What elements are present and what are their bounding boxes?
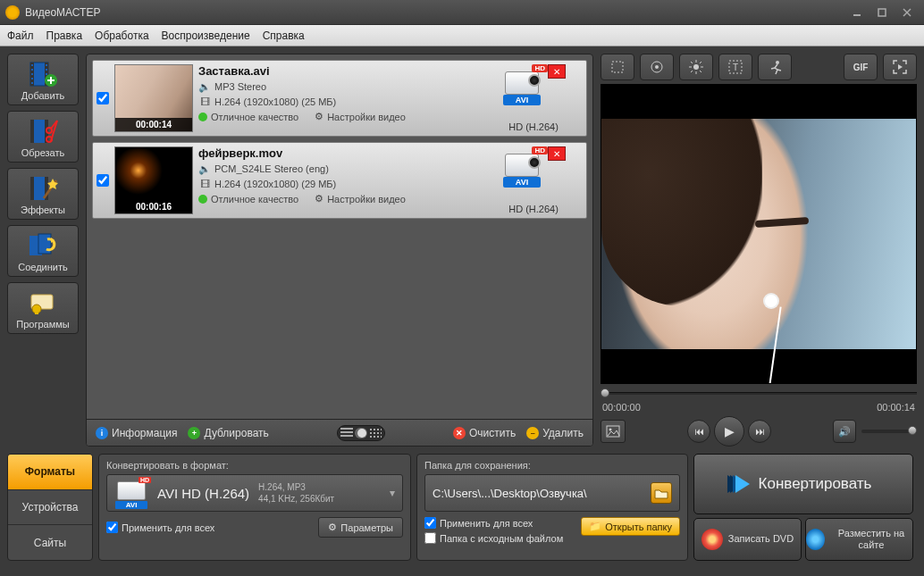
open-folder-button[interactable]: 📁Открыть папку <box>581 517 680 536</box>
file-name: фейрверк.mov <box>198 146 479 160</box>
brightness-button[interactable] <box>679 54 713 80</box>
preview-toolbar: T GIF <box>601 54 917 80</box>
cut-button[interactable]: Обрезать <box>7 111 79 163</box>
maximize-button[interactable] <box>870 4 894 21</box>
frame-text-icon: T <box>727 59 743 75</box>
svg-rect-8 <box>31 69 33 71</box>
tab-devices[interactable]: Устройства <box>8 490 92 526</box>
film-join-icon <box>27 231 59 260</box>
bottom-tabs: Форматы Устройства Сайты <box>7 454 93 561</box>
menu-process[interactable]: Обработка <box>95 29 149 42</box>
film-cut-icon <box>27 117 59 146</box>
browse-button[interactable] <box>651 482 672 504</box>
speed-button[interactable] <box>758 54 792 80</box>
menu-help[interactable]: Справка <box>263 29 305 42</box>
gif-button[interactable]: GIF <box>844 54 878 80</box>
file-item[interactable]: 00:00:14 Заставка.avi 🔈MP3 Stereo 🎞H.264… <box>92 60 587 137</box>
text-button[interactable]: T <box>718 54 752 80</box>
remove-file-button[interactable]: ✕ <box>548 64 566 79</box>
skip-back-icon: ⏮ <box>694 426 704 437</box>
remove-file-button[interactable]: ✕ <box>548 146 566 161</box>
film-effects-icon <box>27 174 59 203</box>
fullscreen-button[interactable] <box>883 54 917 80</box>
gear-icon: ⚙ <box>315 193 323 205</box>
add-label: Добавить <box>10 90 76 101</box>
chevron-down-icon: ▾ <box>390 487 395 499</box>
time-current: 00:00:00 <box>602 402 641 413</box>
seek-slider[interactable] <box>601 388 917 398</box>
play-button[interactable]: ▶ <box>714 416 744 447</box>
svg-rect-11 <box>31 82 33 84</box>
info-button[interactable]: iИнформация <box>96 427 177 439</box>
svg-point-38 <box>655 65 659 69</box>
file-quality: Отличное качество <box>198 194 298 205</box>
target-format-icon[interactable]: HDAVI <box>501 148 542 186</box>
tab-formats[interactable]: Форматы <box>8 455 92 490</box>
format-apply-all-checkbox[interactable]: Применить для всех <box>106 522 214 533</box>
folder-icon: 📁 <box>589 521 601 532</box>
speaker-icon: 🔈 <box>198 163 211 175</box>
file-thumbnail[interactable]: 00:00:14 <box>114 64 193 132</box>
menu-edit[interactable]: Правка <box>46 29 83 42</box>
effects-button[interactable]: Эффекты <box>7 168 79 220</box>
source-folder-checkbox[interactable]: Папка с исходным файлом <box>424 532 563 544</box>
left-toolbar: Добавить Обрезать Эффекты Соединить Прог… <box>7 54 79 447</box>
view-toggle[interactable] <box>337 425 385 441</box>
snapshot-button[interactable] <box>601 420 626 443</box>
programs-button[interactable]: Программы <box>7 282 79 334</box>
save-panel-label: Папка для сохранения: <box>424 460 680 471</box>
mute-button[interactable]: 🔊 <box>833 420 856 443</box>
next-button[interactable]: ⏭ <box>748 420 771 443</box>
crop-icon <box>609 59 626 75</box>
tab-sites[interactable]: Сайты <box>8 525 92 560</box>
target-format-icon[interactable]: HDAVI <box>501 66 542 104</box>
folder-open-icon <box>654 487 668 499</box>
video-settings-link[interactable]: ⚙Настройки видео <box>315 111 406 122</box>
file-video: H.264 (1920x1080) (29 МБ) <box>214 179 336 189</box>
play-icon: ▶ <box>725 424 735 438</box>
burn-dvd-button[interactable]: Записать DVD <box>693 518 802 561</box>
window-title: ВидеоМАСТЕР <box>25 6 100 19</box>
format-select[interactable]: HDAVI AVI HD (H.264) H.264, MP344,1 KHz,… <box>106 474 403 512</box>
svg-rect-36 <box>612 62 623 72</box>
parameters-button[interactable]: ⚙Параметры <box>318 517 403 538</box>
camera-avi-icon: HDAVI <box>114 478 148 508</box>
svg-rect-9 <box>31 73 33 75</box>
file-list-panel: 00:00:14 Заставка.avi 🔈MP3 Stereo 🎞H.264… <box>86 54 593 447</box>
video-preview[interactable] <box>601 84 917 384</box>
add-button[interactable]: Добавить <box>7 54 79 105</box>
svg-line-47 <box>691 71 693 72</box>
clear-button[interactable]: ✕Очистить <box>453 427 516 439</box>
minimize-button[interactable] <box>845 4 869 21</box>
file-item[interactable]: 00:00:16 фейрверк.mov 🔈PCM_S24LE Stereo … <box>92 142 587 219</box>
join-button[interactable]: Соединить <box>7 225 79 277</box>
svg-line-45 <box>700 71 701 72</box>
publish-button[interactable]: Разместить на сайте <box>805 518 913 561</box>
save-apply-all-checkbox[interactable]: Применить для всех <box>424 517 563 529</box>
video-settings-link[interactable]: ⚙Настройки видео <box>315 193 406 205</box>
menu-playback[interactable]: Воспроизведение <box>162 29 250 42</box>
enhance-button[interactable] <box>640 54 674 80</box>
crop-button[interactable] <box>601 54 634 80</box>
menu-file[interactable]: Файл <box>7 29 34 42</box>
svg-point-50 <box>776 61 779 64</box>
prev-button[interactable]: ⏮ <box>687 420 710 443</box>
delete-button[interactable]: –Удалить <box>526 427 584 439</box>
svg-rect-14 <box>46 73 47 75</box>
programs-icon <box>27 288 59 317</box>
close-button[interactable] <box>895 4 919 21</box>
speaker-icon: 🔊 <box>838 426 851 438</box>
duplicate-button[interactable]: +Дублировать <box>188 427 268 439</box>
skip-forward-icon: ⏭ <box>755 426 765 437</box>
file-checkbox[interactable] <box>97 174 109 187</box>
actions-panel: Конвертировать Записать DVD Разместить н… <box>693 454 913 561</box>
volume-slider[interactable] <box>861 430 917 433</box>
file-checkbox[interactable] <box>97 92 109 104</box>
convert-button[interactable]: Конвертировать <box>693 454 913 514</box>
svg-rect-28 <box>30 177 34 200</box>
output-path-box: C:\Users\...\Desktop\Озвучка\ <box>424 474 680 512</box>
svg-line-46 <box>700 62 701 63</box>
convert-arrow-icon <box>735 475 750 493</box>
svg-rect-35 <box>35 307 38 314</box>
file-thumbnail[interactable]: 00:00:16 <box>114 146 193 214</box>
